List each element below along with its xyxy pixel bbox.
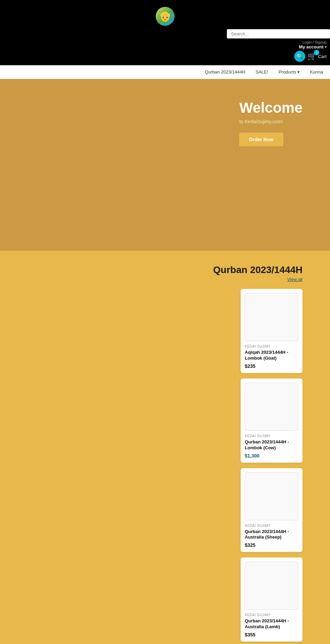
my-account-row[interactable]: My account ▾ — [299, 44, 330, 49]
nav-item-products-label: Products — [278, 69, 296, 75]
product-card[interactable]: KEDAI SUJIMYQurban 2023/1444H - Australi… — [241, 557, 302, 642]
cart-search-row: 🔍 🛒 1 Cart — [294, 51, 330, 62]
product-name: Qurban 2023/1444H - Lombok (Cow) — [245, 439, 298, 451]
product-price: $235 — [245, 363, 298, 369]
hero-content: Welcome to KedaiSujimy.com! Order Now — [239, 100, 302, 146]
product-card[interactable]: KEDAI SUJIMYQurban 2023/1444H - Lombok (… — [241, 379, 302, 463]
chevron-down-icon: ▾ — [325, 45, 327, 49]
hero-title: Welcome — [239, 100, 302, 116]
logo-icon: 👴 — [159, 11, 171, 22]
nav-item-sale[interactable]: SALE! — [256, 69, 268, 75]
header: 👴 Login / Signup My account ▾ 🔍 🛒 1 Cart — [0, 0, 330, 65]
my-account-label: My account — [299, 44, 323, 49]
product-card[interactable]: KEDAI SUJIMYQurban 2023/1444H - Australi… — [241, 468, 302, 552]
product-price: $325 — [245, 542, 298, 548]
product-name: Qurban 2023/1444H - Australia (Sheep) — [245, 529, 298, 541]
cart-icon: 🛒 1 — [307, 52, 317, 61]
product-image — [245, 472, 298, 520]
nav-bar: Qurban 2023/1444H SALE! Products ▾ Kurma — [0, 65, 330, 79]
logo: 👴 — [156, 7, 175, 26]
product-brand: KEDAI SUJIMY — [245, 613, 298, 617]
product-image — [245, 383, 298, 431]
order-now-button[interactable]: Order Now — [239, 133, 283, 146]
cart-label: Cart — [318, 54, 327, 59]
product-image — [245, 293, 298, 341]
product-brand: KEDAI SUJIMY — [245, 524, 298, 528]
account-area: Login / Signup My account ▾ 🔍 🛒 1 Cart — [0, 40, 330, 62]
search-area — [0, 27, 330, 40]
nav-item-qurban[interactable]: Qurban 2023/1444H — [205, 69, 245, 75]
cart-button[interactable]: 🛒 1 Cart — [307, 52, 327, 61]
products-section: Qurban 2023/1444H View all KEDAI SUJIMYA… — [0, 251, 330, 644]
products-list: KEDAI SUJIMYAqiqah 2023/1444H - Lombok (… — [0, 289, 330, 644]
product-brand: KEDAI SUJIMY — [245, 344, 298, 348]
view-all-link[interactable]: View all — [287, 277, 302, 282]
product-card[interactable]: KEDAI SUJIMYAqiqah 2023/1444H - Lombok (… — [241, 289, 302, 373]
search-icon: 🔍 — [296, 53, 303, 60]
search-button[interactable]: 🔍 — [294, 51, 305, 62]
products-section-title: Qurban 2023/1444H — [213, 264, 302, 275]
product-name: Qurban 2023/1444H - Australia (Lamb) — [245, 618, 298, 630]
products-chevron-icon: ▾ — [297, 69, 300, 75]
product-price: $355 — [245, 632, 298, 637]
nav-item-kurma[interactable]: Kurma — [310, 69, 323, 75]
product-name: Aqiqah 2023/1444H - Lombok (Goat) — [245, 350, 298, 361]
products-header: Qurban 2023/1444H View all — [0, 264, 330, 282]
hero-subtitle: to KedaiSujimy.com! — [239, 119, 283, 124]
login-signup-link[interactable]: Login / Signup — [302, 40, 330, 44]
product-image — [245, 562, 298, 610]
product-price: $1,300 — [245, 453, 298, 459]
hero-section: Welcome to KedaiSujimy.com! Order Now — [0, 79, 330, 251]
search-input[interactable] — [227, 29, 330, 38]
logo-area: 👴 — [0, 3, 330, 27]
product-brand: KEDAI SUJIMY — [245, 434, 298, 438]
nav-item-products[interactable]: Products ▾ — [278, 69, 299, 75]
